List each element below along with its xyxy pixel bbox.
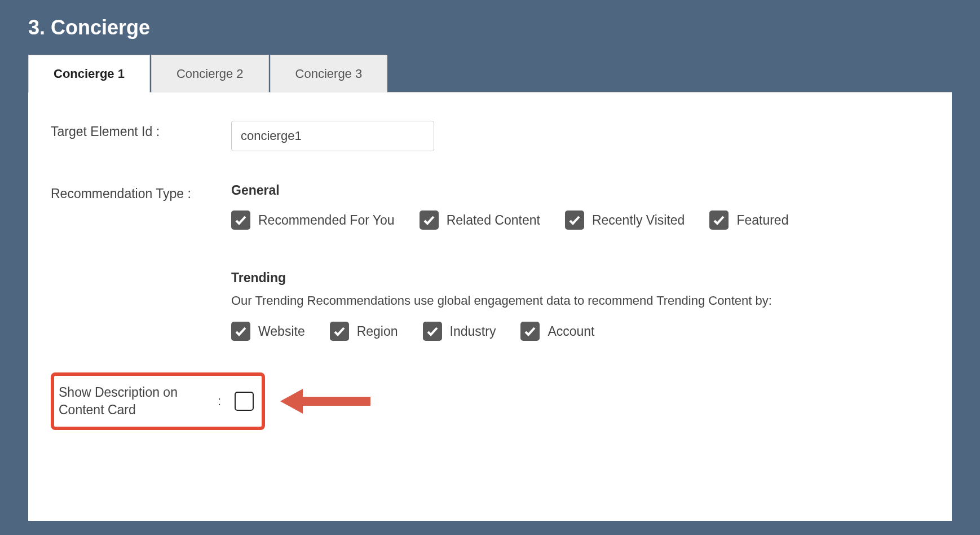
concierge-panel: Target Element Id : Recommendation Type … <box>28 92 952 521</box>
target-element-id-input[interactable] <box>231 121 434 151</box>
check-icon <box>234 213 248 227</box>
checkbox-label: Account <box>548 324 594 339</box>
row-show-description: Show Description on Content Card : <box>51 372 929 430</box>
trending-heading: Trending <box>231 270 929 286</box>
option-website: Website <box>231 322 305 341</box>
checkbox-label: Website <box>258 324 305 339</box>
check-icon <box>234 324 248 338</box>
check-icon <box>333 324 346 338</box>
option-recommended-for-you: Recommended For You <box>231 211 395 230</box>
label-show-description: Show Description on Content Card <box>59 384 213 419</box>
checkbox-region[interactable] <box>330 322 349 341</box>
checkbox-featured[interactable] <box>709 211 729 230</box>
section-title: 3. Concierge <box>28 16 952 40</box>
checkbox-label: Recently Visited <box>592 213 685 228</box>
tab-concierge-1[interactable]: Concierge 1 <box>28 55 150 93</box>
checkbox-website[interactable] <box>231 322 250 341</box>
checkbox-label: Related Content <box>447 213 540 228</box>
trending-description: Our Trending Recommendations use global … <box>231 293 929 308</box>
option-recently-visited: Recently Visited <box>565 211 685 230</box>
checkbox-label: Featured <box>736 213 788 228</box>
general-heading: General <box>231 183 929 198</box>
row-target-element-id: Target Element Id : <box>51 121 929 151</box>
trending-group: Trending Our Trending Recommendations us… <box>231 270 929 341</box>
tab-concierge-3[interactable]: Concierge 3 <box>270 55 388 93</box>
checkbox-label: Region <box>357 324 398 339</box>
check-icon <box>422 213 436 227</box>
option-account: Account <box>520 322 594 341</box>
tab-concierge-2[interactable]: Concierge 2 <box>151 55 269 93</box>
check-icon <box>568 213 581 227</box>
check-icon <box>712 213 726 227</box>
checkbox-recently-visited[interactable] <box>565 211 584 230</box>
checkbox-show-description[interactable] <box>235 392 254 411</box>
checkbox-recommended-for-you[interactable] <box>231 211 250 230</box>
checkbox-account[interactable] <box>520 322 540 341</box>
checkbox-related-content[interactable] <box>420 211 439 230</box>
row-recommendation-type: Recommendation Type : General Recommende… <box>51 183 929 341</box>
check-icon <box>523 324 537 338</box>
label-colon: : <box>218 394 221 409</box>
concierge-tabs: Concierge 1 Concierge 2 Concierge 3 <box>28 54 952 92</box>
trending-options: Website Region Industry <box>231 322 929 341</box>
label-target-element-id: Target Element Id : <box>51 121 231 139</box>
option-region: Region <box>330 322 398 341</box>
general-group: General Recommended For You <box>231 183 929 230</box>
option-featured: Featured <box>709 211 788 230</box>
annotation-highlight-box: Show Description on Content Card : <box>51 372 265 430</box>
annotation-arrow-left-icon <box>277 384 373 418</box>
option-related-content: Related Content <box>420 211 540 230</box>
option-industry: Industry <box>423 322 496 341</box>
general-options: Recommended For You Related Content <box>231 211 929 230</box>
checkbox-industry[interactable] <box>423 322 442 341</box>
checkbox-label: Industry <box>450 324 496 339</box>
check-icon <box>426 324 439 338</box>
concierge-section: 3. Concierge Concierge 1 Concierge 2 Con… <box>0 0 980 521</box>
label-recommendation-type: Recommendation Type : <box>51 183 231 201</box>
checkbox-label: Recommended For You <box>258 213 395 228</box>
